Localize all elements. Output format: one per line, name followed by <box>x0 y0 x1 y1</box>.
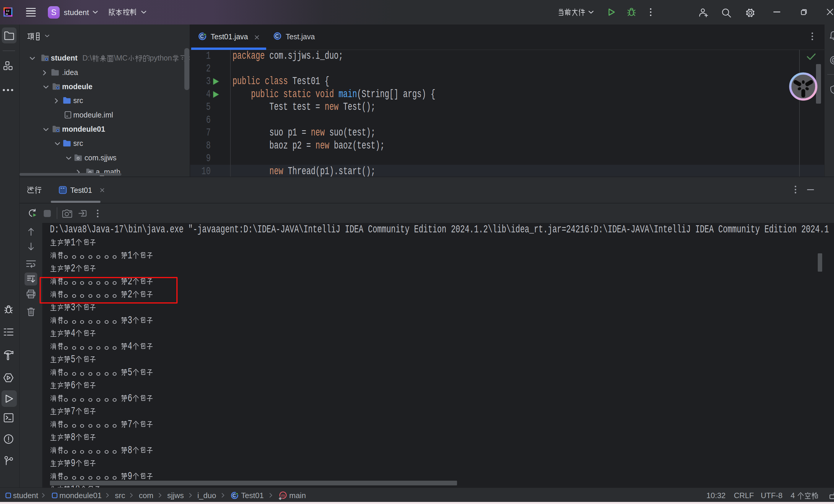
svg-text:IJ: IJ <box>6 10 9 13</box>
svg-text:m: m <box>281 493 285 498</box>
